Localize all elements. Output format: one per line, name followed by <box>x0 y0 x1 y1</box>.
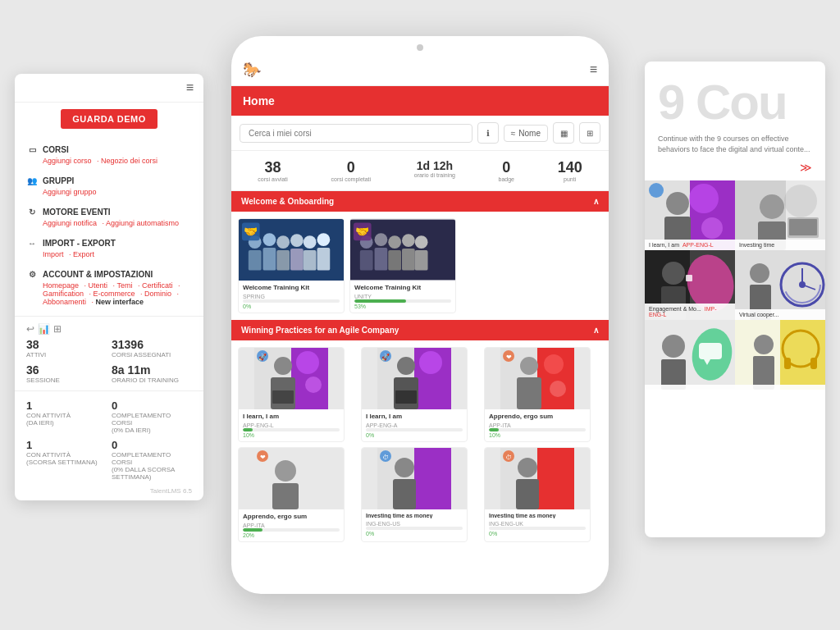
svg-point-30 <box>274 357 292 375</box>
right-course-6[interactable] <box>735 320 825 390</box>
svg-point-109 <box>754 335 774 354</box>
corsi-links: Aggiungi corso · Negozio dei corsi <box>43 157 192 165</box>
svg-rect-19 <box>375 248 388 271</box>
svg-point-74 <box>649 183 664 198</box>
stat-sessione: 36 SESSIONE <box>26 363 107 384</box>
stat-weekly-active: 1 CON ATTIVITÀ(scorsa settimana) <box>26 439 107 481</box>
daily-stats-grid: 1 CON ATTIVITÀ(da ieri) 0 COMPLETAMENTO … <box>26 399 192 481</box>
welcome-section-header[interactable]: Welcome & Onboarding ∧ <box>231 191 609 212</box>
svg-point-3 <box>263 233 276 246</box>
svg-point-91 <box>750 263 769 283</box>
svg-point-72 <box>666 192 689 215</box>
course-agile-6[interactable]: ⏱ Investing time as money ING-ENG-UK 0% <box>484 447 591 542</box>
progress-bar-welcome-2 <box>354 299 451 303</box>
stat-orario: 8a 11m ORARIO DI TRAINING <box>112 363 192 384</box>
stat-corsi-assegnati: 31396 CORSI ASSEGNATI <box>112 338 192 358</box>
search-row: ℹ ≈ Nome ▦ ⊞ <box>231 116 609 151</box>
svg-rect-102 <box>699 343 722 359</box>
right-course-4[interactable]: Virtual cooper... <box>735 250 825 320</box>
name-sort-btn[interactable]: ≈ Nome <box>504 125 548 142</box>
list-view-btn[interactable]: ▦ <box>553 122 574 144</box>
svg-rect-48 <box>517 377 541 409</box>
welcome-courses-grid: 🤝 Welcome Training Kit SPRING 0% <box>231 212 609 320</box>
svg-rect-41 <box>395 390 417 404</box>
svg-point-75 <box>689 184 719 213</box>
svg-rect-10 <box>304 250 317 271</box>
search-input[interactable] <box>240 124 472 143</box>
svg-point-24 <box>415 235 428 249</box>
history-filter-icon[interactable]: ↩ <box>26 323 34 335</box>
svg-rect-25 <box>415 250 428 271</box>
course-agile-3[interactable]: ❤ Apprendo, ergo sum APP-ITA 10% <box>484 347 591 442</box>
gruppi-links: Aggiungi gruppo <box>43 188 192 196</box>
stat-corsi-avviati: 38 corsi avviati <box>258 159 288 182</box>
svg-point-35 <box>296 351 319 374</box>
right-course-5[interactable] <box>645 320 735 390</box>
course-info-agile-2: I learn, I am APP-ENG-A 0% <box>362 409 467 441</box>
course-agile-2[interactable]: 🚀 I learn, I am APP-ENG-A 0% <box>361 347 468 442</box>
agile-title: Winning Practices for an Agile Company <box>241 326 399 335</box>
admin-menu: ▭ CORSI Aggiungi corso · Negozio dei cor… <box>15 135 203 314</box>
right-course-label-1: I learn, I am APP-ENG-L <box>645 240 735 250</box>
svg-text:❤: ❤ <box>260 454 266 461</box>
right-course-2[interactable]: Investing time <box>735 180 825 250</box>
course-thumb-agile-2: 🚀 <box>362 348 467 409</box>
agile-collapse-icon[interactable]: ∧ <box>593 326 599 335</box>
motore-links: Aggiungi notifica · Aggiungi automatismo <box>43 219 192 227</box>
sidebar-item-import[interactable]: ↔ IMPORT - EXPORT Import · Export <box>15 232 203 263</box>
right-panel-header: 9 Cou <box>645 62 825 134</box>
svg-rect-21 <box>388 250 401 271</box>
svg-rect-59 <box>414 448 451 509</box>
welcome-collapse-icon[interactable]: ∧ <box>593 197 599 206</box>
course-agile-5[interactable]: ⏱ Investing time as money ING-ENG-US 0% <box>361 447 468 542</box>
course-welcome-2[interactable]: 🤝 Welcome Training Kit UNITY 53% <box>349 218 456 313</box>
course-thumb-welcome-1: 🤝 <box>239 219 344 281</box>
chart-filter-icon[interactable]: 📊 <box>38 323 50 335</box>
info-icon-btn[interactable]: ℹ <box>477 122 499 144</box>
stat-corsi-completati: 0 corsi completati <box>331 159 371 182</box>
svg-point-85 <box>662 262 685 285</box>
tablet-menu-icon[interactable]: ≡ <box>590 62 597 77</box>
course-thumb-agile-3: ❤ <box>485 348 590 409</box>
demo-button[interactable]: GUARDA DEMO <box>61 109 157 129</box>
welcome-title: Welcome & Onboarding <box>241 197 334 206</box>
course-agile-4[interactable]: ❤ Apprendo, ergo sum APP-ITA 20% <box>238 447 345 542</box>
right-course-1[interactable]: I learn, I am APP-ENG-L <box>645 180 735 250</box>
course-welcome-1[interactable]: 🤝 Welcome Training Kit SPRING 0% <box>238 218 345 313</box>
svg-point-22 <box>402 234 415 247</box>
course-agile-1[interactable]: 🚀 I learn, I am APP-ENG-L 10% <box>238 347 345 442</box>
agile-section-header[interactable]: Winning Practices for an Agile Company ∧ <box>231 320 609 340</box>
course-info-welcome-2: Welcome Training Kit UNITY 53% <box>350 281 455 313</box>
sidebar-item-motore[interactable]: ↻ MOTORE EVENTI Aggiungi notifica · Aggi… <box>15 201 203 232</box>
ferrari-logo: 🐎 <box>243 61 261 79</box>
course-info-agile-5: Investing time as money ING-ENG-US 0% <box>362 509 467 540</box>
name-sort-label: Nome <box>518 129 541 138</box>
svg-point-81 <box>784 185 817 217</box>
svg-rect-65 <box>537 448 574 509</box>
grid-filter-icon[interactable]: ⊞ <box>53 323 62 335</box>
svg-rect-23 <box>402 249 415 271</box>
svg-rect-108 <box>810 358 817 369</box>
svg-text:🚀: 🚀 <box>258 353 267 361</box>
svg-text:🚀: 🚀 <box>381 353 390 361</box>
tablet-panel: 🐎 ≡ Home ℹ ≈ Nome ▦ ⊞ 38 corsi avvia <box>231 36 609 594</box>
corsi-icon: ▭ <box>26 144 38 155</box>
right-course-3[interactable]: Engagement & Mo... IMP-ENG-L <box>645 250 735 320</box>
course-thumb-agile-4: ❤ <box>239 448 344 509</box>
sidebar-item-account[interactable]: ⚙ ACCOUNT & IMPOSTAZIONI Homepage · Uten… <box>15 263 203 311</box>
svg-point-11 <box>317 233 331 246</box>
stat-badge: 0 badge <box>499 159 514 182</box>
talent-version: TalentLMS 6.5 <box>15 484 203 498</box>
svg-rect-89 <box>686 275 692 281</box>
grid-view-btn[interactable]: ⊞ <box>579 122 600 144</box>
svg-rect-83 <box>789 219 817 235</box>
tablet-notch <box>417 44 423 51</box>
course-info-welcome-1: Welcome Training Kit SPRING 0% <box>239 281 344 313</box>
sidebar-item-corsi[interactable]: ▭ CORSI Aggiungi corso · Negozio dei cor… <box>15 139 203 170</box>
sidebar-item-gruppi[interactable]: 👥 GRUPPI Aggiungi gruppo <box>15 170 203 201</box>
gruppi-icon: 👥 <box>26 175 38 186</box>
svg-rect-32 <box>272 390 294 404</box>
hamburger-icon[interactable]: ≡ <box>186 80 194 95</box>
double-chevron-icon[interactable]: ≫ <box>645 161 825 180</box>
stat-daily-active: 1 CON ATTIVITÀ(da ieri) <box>26 399 107 434</box>
